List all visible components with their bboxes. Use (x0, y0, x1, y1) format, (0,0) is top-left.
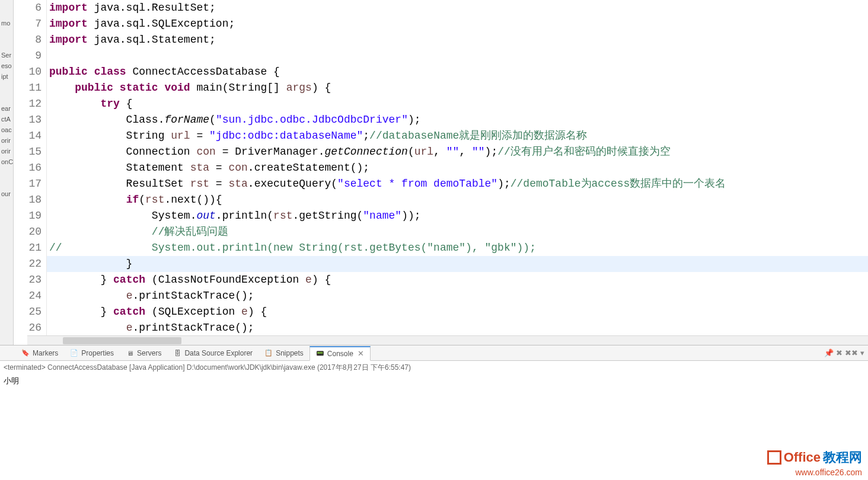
sidebar-view-label[interactable] (0, 39, 13, 50)
console-process-header: <terminated> ConnectAccessDatabase [Java… (0, 361, 868, 375)
code-line[interactable]: public class ConnectAccessDatabase { (47, 64, 868, 80)
line-number: 7 (14, 16, 42, 32)
tab-label: Console (327, 350, 353, 358)
code-content[interactable]: import java.sql.ResultSet;import java.sq… (47, 0, 868, 345)
watermark-main: Office (784, 450, 821, 465)
remove-all-icon[interactable]: ✖✖ (845, 348, 858, 357)
tab-label: Properties (81, 349, 114, 357)
views-tab-bar: 🔖Markers📄Properties🖥Servers🗄Data Source … (0, 345, 868, 361)
line-number: 12 (14, 96, 42, 112)
database-icon: 🗄 (173, 349, 181, 357)
sidebar-view-label[interactable]: onC (0, 156, 13, 167)
code-line[interactable]: //解决乱码问题 (47, 224, 868, 240)
close-icon[interactable]: ✕ (358, 349, 364, 358)
line-number: 16 (14, 160, 42, 176)
console-icon: 📟 (316, 350, 324, 358)
tab-label: Snippets (276, 349, 304, 357)
sidebar-view-label[interactable]: our (0, 188, 13, 199)
code-line[interactable]: ResultSet rst = sta.executeQuery("select… (47, 176, 868, 192)
line-number: 26 (14, 320, 42, 336)
line-number: 6 (14, 0, 42, 16)
code-line[interactable]: } catch (ClassNotFoundException e) { (47, 272, 868, 288)
watermark-suffix: 教程网 (823, 449, 862, 466)
console-output[interactable]: 小明 (0, 375, 868, 480)
console-toolbar: 📌 ✖ ✖✖ ▾ (824, 348, 864, 357)
sidebar-view-label[interactable]: mo (0, 18, 13, 28)
remove-icon[interactable]: ✖ (836, 348, 843, 357)
code-line[interactable]: String url = "jdbc:odbc:databaseName";//… (47, 128, 868, 144)
scrollbar-thumb[interactable] (63, 337, 181, 344)
code-line[interactable]: Statement sta = con.createStatement(); (47, 160, 868, 176)
horizontal-scrollbar[interactable] (27, 335, 868, 345)
editor-container: moSeresoiptearctAoacorirorironCour 67891… (0, 0, 868, 345)
tab-properties[interactable]: 📄Properties (64, 345, 120, 360)
code-line[interactable] (47, 48, 868, 64)
line-number: 25 (14, 304, 42, 320)
servers-icon: 🖥 (126, 349, 134, 357)
tab-label: Servers (137, 349, 161, 357)
line-number: 20 (14, 224, 42, 240)
code-line[interactable]: import java.sql.Statement; (47, 32, 868, 48)
tab-label: Markers (33, 349, 58, 357)
line-number-gutter: 67891011121314151617181920212223242526 (14, 0, 47, 345)
line-number: 15 (14, 144, 42, 160)
sidebar-view-label[interactable] (0, 28, 13, 39)
line-number: 18 (14, 192, 42, 208)
sidebar-view-label[interactable]: oac (0, 124, 13, 135)
code-line[interactable]: } catch (SQLException e) { (47, 304, 868, 320)
code-line[interactable]: Connection con = DriverManager.getConnec… (47, 144, 868, 160)
code-line[interactable]: import java.sql.SQLException; (47, 16, 868, 32)
line-number: 13 (14, 112, 42, 128)
tab-dse[interactable]: 🗄Data Source Explorer (167, 345, 259, 360)
office-logo-icon (767, 450, 781, 465)
line-number: 9 (14, 48, 42, 64)
bottom-panel: 🔖Markers📄Properties🖥Servers🗄Data Source … (0, 345, 868, 480)
tab-snippets[interactable]: 📋Snippets (259, 345, 309, 360)
line-number: 23 (14, 272, 42, 288)
sidebar-view-label[interactable] (0, 178, 13, 188)
snippets-icon: 📋 (264, 349, 273, 357)
line-number: 19 (14, 208, 42, 224)
code-line[interactable]: } (47, 256, 868, 272)
sidebar-view-label[interactable]: eso (0, 60, 13, 71)
line-number: 14 (14, 128, 42, 144)
code-line[interactable]: System.out.println(rst.getString("name")… (47, 208, 868, 224)
sidebar-view-label[interactable] (0, 167, 13, 178)
line-number: 22 (14, 256, 42, 272)
line-number: 11 (14, 80, 42, 96)
code-line[interactable]: e.printStackTrace(); (47, 288, 868, 304)
code-editor[interactable]: 67891011121314151617181920212223242526 i… (14, 0, 868, 345)
watermark: Office教程网 www.office26.com (767, 449, 862, 477)
sidebar-view-label[interactable]: orir (0, 135, 13, 146)
code-line[interactable]: public static void main(String[] args) { (47, 80, 868, 96)
tab-console[interactable]: 📟Console✕ (309, 346, 371, 361)
code-line[interactable]: // System.out.println(new String(rst.get… (47, 240, 868, 256)
code-line[interactable]: Class.forName("sun.jdbc.odbc.JdbcOdbcDri… (47, 112, 868, 128)
left-view-stack: moSeresoiptearctAoacorirorironCour (0, 0, 14, 345)
tab-markers[interactable]: 🔖Markers (15, 345, 64, 360)
watermark-url: www.office26.com (767, 468, 862, 477)
tab-label: Data Source Explorer (184, 349, 253, 357)
bookmark-icon: 🔖 (21, 349, 30, 357)
line-number: 10 (14, 64, 42, 80)
sidebar-view-label[interactable]: ear (0, 103, 13, 114)
sidebar-view-label[interactable] (0, 92, 13, 103)
properties-icon: 📄 (70, 349, 78, 357)
line-number: 24 (14, 288, 42, 304)
pin-icon[interactable]: 📌 (824, 348, 834, 357)
tab-servers[interactable]: 🖥Servers (120, 345, 167, 360)
code-line[interactable]: if(rst.next()){ (47, 192, 868, 208)
code-line[interactable]: import java.sql.ResultSet; (47, 0, 868, 16)
line-number: 17 (14, 176, 42, 192)
code-line[interactable]: e.printStackTrace(); (47, 320, 868, 336)
sidebar-view-label[interactable]: ipt (0, 71, 13, 82)
menu-icon[interactable]: ▾ (860, 348, 864, 357)
sidebar-view-label[interactable]: orir (0, 146, 13, 156)
line-number: 8 (14, 32, 42, 48)
sidebar-view-label[interactable] (0, 82, 13, 92)
watermark-title: Office教程网 (767, 449, 862, 466)
line-number: 21 (14, 240, 42, 256)
code-line[interactable]: try { (47, 96, 868, 112)
sidebar-view-label[interactable]: Ser (0, 50, 13, 60)
sidebar-view-label[interactable]: ctA (0, 114, 13, 124)
